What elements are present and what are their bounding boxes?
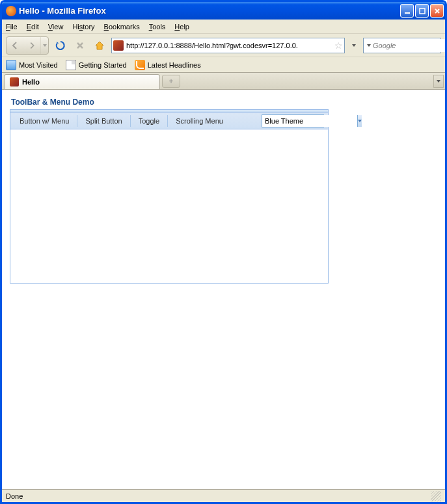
resize-grip-icon[interactable] — [431, 491, 441, 501]
stop-button[interactable] — [72, 38, 88, 53]
bookmark-most-visited[interactable]: Most Visited — [6, 60, 58, 70]
separator — [77, 115, 77, 127]
separator — [130, 115, 131, 127]
search-engine-dropdown[interactable] — [367, 44, 371, 47]
forward-button[interactable] — [23, 37, 40, 54]
url-input[interactable] — [126, 39, 332, 52]
bookmark-getting-started[interactable]: Getting Started — [66, 60, 127, 70]
tab-list-dropdown[interactable] — [433, 75, 444, 88]
combo-dropdown-button[interactable] — [357, 115, 362, 127]
toggle-button[interactable]: Toggle — [133, 114, 165, 128]
maximize-button[interactable] — [415, 4, 429, 18]
panel-title: ToolBar & Menu Demo — [10, 98, 437, 107]
separator — [167, 115, 168, 127]
home-button[interactable] — [92, 38, 107, 53]
tab-site-icon — [10, 77, 19, 86]
demo-toolbar: Button w/ Menu Split Button Toggle Scrol… — [10, 113, 328, 129]
menu-view[interactable]: View — [48, 23, 64, 31]
panel-body — [10, 129, 328, 283]
nav-history-dropdown[interactable] — [40, 37, 48, 54]
status-text: Done — [6, 492, 23, 500]
demo-panel: Button w/ Menu Split Button Toggle Scrol… — [10, 109, 329, 284]
theme-combo[interactable] — [262, 114, 324, 127]
tab-hello[interactable]: Hello — [4, 74, 160, 89]
bookmark-star-icon[interactable]: ☆ — [334, 40, 343, 51]
new-tab-button[interactable]: + — [162, 75, 180, 88]
search-input[interactable] — [373, 39, 447, 52]
url-dropdown[interactable] — [349, 44, 359, 47]
menu-tools[interactable]: Tools — [149, 23, 166, 31]
tab-bar: Hello + — [2, 73, 445, 90]
minimize-button[interactable] — [400, 4, 414, 18]
window-title: Hello - Mozilla Firefox — [19, 6, 400, 16]
menu-help[interactable]: Help — [174, 23, 189, 31]
firefox-icon — [6, 6, 16, 16]
folder-icon — [6, 60, 16, 70]
url-bar[interactable]: ☆ — [111, 38, 345, 53]
navigation-toolbar: ☆ — [2, 34, 445, 57]
menu-history[interactable]: History — [72, 23, 94, 31]
svg-rect-0 — [405, 12, 410, 14]
window-titlebar: Hello - Mozilla Firefox — [2, 2, 445, 20]
search-box[interactable] — [363, 38, 441, 53]
rss-icon — [135, 60, 145, 70]
close-button[interactable] — [430, 4, 444, 18]
split-button[interactable]: Split Button — [80, 114, 127, 128]
bookmark-latest-headlines[interactable]: Latest Headlines — [135, 60, 201, 70]
button-with-menu[interactable]: Button w/ Menu — [14, 114, 74, 128]
svg-rect-1 — [420, 8, 425, 14]
menu-bookmarks[interactable]: Bookmarks — [104, 23, 140, 31]
bookmarks-toolbar: Most Visited Getting Started Latest Head… — [2, 57, 445, 73]
menu-edit[interactable]: Edit — [27, 23, 39, 31]
page-content: ToolBar & Menu Demo Button w/ Menu Split… — [2, 90, 445, 489]
menubar: File Edit View History Bookmarks Tools H… — [2, 20, 445, 34]
tab-label: Hello — [22, 78, 40, 86]
reload-button[interactable] — [53, 38, 68, 53]
site-icon — [113, 40, 124, 51]
status-bar: Done — [2, 489, 445, 502]
menu-file[interactable]: File — [6, 23, 18, 31]
scrolling-menu-button[interactable]: Scrolling Menu — [170, 114, 228, 128]
back-button[interactable] — [7, 37, 23, 54]
document-icon — [66, 60, 76, 70]
theme-combo-input[interactable] — [262, 115, 357, 127]
